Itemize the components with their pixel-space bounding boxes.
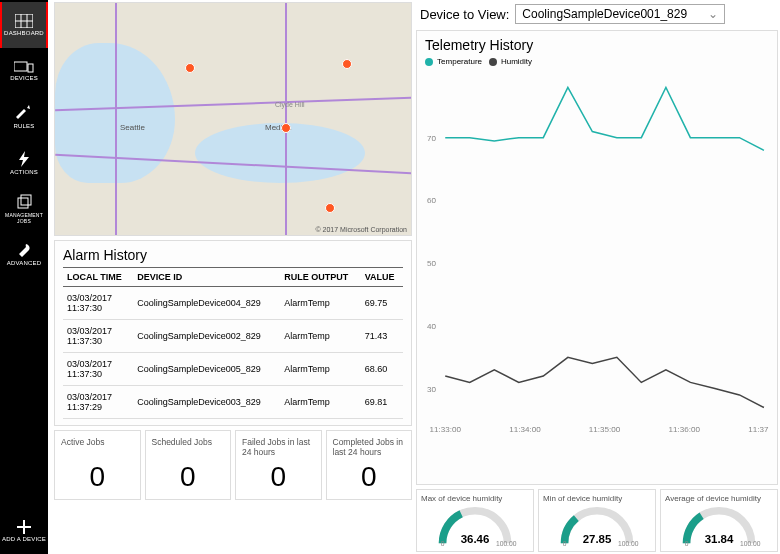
device-select-value: CoolingSampleDevice001_829 bbox=[522, 7, 687, 21]
stack-icon bbox=[16, 194, 32, 210]
sidebar-item-devices[interactable]: DEVICES bbox=[0, 48, 48, 94]
table-row[interactable]: 03/03/201711:37:30 CoolingSampleDevice00… bbox=[63, 320, 403, 353]
svg-text:50: 50 bbox=[427, 259, 437, 268]
cell-rule: AlarmTemp bbox=[280, 353, 360, 386]
sidebar-item-label: ADD A DEVICE bbox=[2, 536, 46, 542]
telemetry-chart[interactable]: 706050403011:33:0011:34:0011:35:0011:36:… bbox=[425, 70, 769, 440]
svg-marker-6 bbox=[27, 105, 30, 109]
job-title: Active Jobs bbox=[61, 437, 134, 457]
table-row[interactable]: 03/03/201711:37:30 CoolingSampleDevice00… bbox=[63, 353, 403, 386]
cell-time: 03/03/201711:37:30 bbox=[63, 287, 133, 320]
svg-rect-4 bbox=[14, 62, 27, 71]
legend-label: Temperature bbox=[437, 57, 482, 66]
sidebar-item-dashboard[interactable]: DASHBOARD bbox=[0, 2, 48, 48]
sidebar-item-label: ACTIONS bbox=[10, 169, 38, 175]
svg-text:70: 70 bbox=[427, 134, 437, 143]
alarm-history-panel: Alarm History LOCAL TIME DEVICE ID RULE … bbox=[54, 240, 412, 426]
cell-rule: AlarmTemp bbox=[280, 287, 360, 320]
chevron-down-icon: ⌄ bbox=[708, 7, 718, 21]
legend-dot-temperature bbox=[425, 58, 433, 66]
jobs-summary-row: Active Jobs0Scheduled Jobs0Failed Jobs i… bbox=[54, 430, 412, 500]
alarm-col-time[interactable]: LOCAL TIME bbox=[63, 268, 133, 287]
svg-text:11:34:00: 11:34:00 bbox=[509, 425, 541, 434]
alarm-history-title: Alarm History bbox=[63, 247, 403, 263]
map-pin-icon[interactable] bbox=[281, 123, 291, 133]
svg-text:31.84: 31.84 bbox=[705, 533, 734, 545]
job-card: Scheduled Jobs0 bbox=[145, 430, 232, 500]
cell-value: 68.60 bbox=[361, 353, 403, 386]
sidebar-item-label: MANAGEMENT JOBS bbox=[0, 212, 48, 224]
telemetry-title: Telemetry History bbox=[425, 37, 769, 53]
gauge-card: Average of device humidity 31.84 0 100.0… bbox=[660, 489, 778, 552]
svg-text:60: 60 bbox=[427, 196, 437, 205]
job-title: Failed Jobs in last 24 hours bbox=[242, 437, 315, 457]
gauge-card: Max of device humidity 36.46 0 100.00 bbox=[416, 489, 534, 552]
svg-text:100.00: 100.00 bbox=[496, 540, 517, 547]
sidebar-item-add-device[interactable]: ADD A DEVICE bbox=[0, 508, 48, 554]
svg-text:11:33:00: 11:33:00 bbox=[430, 425, 462, 434]
cell-time: 03/03/201711:37:29 bbox=[63, 386, 133, 419]
device-selector-row: Device to View: CoolingSampleDevice001_8… bbox=[416, 2, 778, 26]
svg-text:27.85: 27.85 bbox=[583, 533, 612, 545]
svg-rect-8 bbox=[18, 198, 28, 208]
sidebar-item-actions[interactable]: ACTIONS bbox=[0, 140, 48, 186]
sidebar-item-advanced[interactable]: ADVANCED bbox=[0, 232, 48, 278]
svg-text:36.46: 36.46 bbox=[461, 533, 490, 545]
legend-label: Humidity bbox=[501, 57, 532, 66]
map-city-label: Clyde Hill bbox=[275, 101, 305, 108]
svg-marker-7 bbox=[19, 151, 29, 167]
job-card: Completed Jobs in last 24 hours0 bbox=[326, 430, 413, 500]
sidebar-item-label: RULES bbox=[13, 123, 34, 129]
table-row[interactable]: 03/03/201711:37:30 CoolingSampleDevice00… bbox=[63, 287, 403, 320]
gauge-row: Max of device humidity 36.46 0 100.00 Mi… bbox=[416, 489, 778, 552]
table-row[interactable]: 03/03/201711:37:29 CoolingSampleDevice00… bbox=[63, 386, 403, 419]
cell-device: CoolingSampleDevice004_829 bbox=[133, 287, 280, 320]
map-pin-icon[interactable] bbox=[342, 59, 352, 69]
telemetry-panel: Telemetry History Temperature Humidity 7… bbox=[416, 30, 778, 485]
alarm-col-rule[interactable]: RULE OUTPUT bbox=[280, 268, 360, 287]
job-card: Failed Jobs in last 24 hours0 bbox=[235, 430, 322, 500]
job-value: 0 bbox=[333, 461, 406, 493]
gauge-title: Max of device humidity bbox=[421, 494, 529, 503]
job-value: 0 bbox=[242, 461, 315, 493]
telemetry-legend: Temperature Humidity bbox=[425, 57, 769, 66]
map-pin-icon[interactable] bbox=[325, 203, 335, 213]
svg-rect-5 bbox=[28, 64, 33, 72]
sidebar-item-label: ADVANCED bbox=[7, 260, 42, 266]
sidebar-item-label: DEVICES bbox=[10, 75, 38, 81]
rules-icon bbox=[16, 105, 32, 121]
job-card: Active Jobs0 bbox=[54, 430, 141, 500]
cell-value: 69.75 bbox=[361, 287, 403, 320]
plus-icon bbox=[17, 520, 31, 534]
svg-text:100.00: 100.00 bbox=[740, 540, 761, 547]
devices-icon bbox=[14, 61, 34, 73]
sidebar-item-management-jobs[interactable]: MANAGEMENT JOBS bbox=[0, 186, 48, 232]
svg-text:100.00: 100.00 bbox=[618, 540, 639, 547]
cell-device: CoolingSampleDevice003_829 bbox=[133, 386, 280, 419]
job-title: Scheduled Jobs bbox=[152, 437, 225, 457]
alarm-col-value[interactable]: VALUE bbox=[361, 268, 403, 287]
alarm-col-device[interactable]: DEVICE ID bbox=[133, 268, 280, 287]
map-pin-icon[interactable] bbox=[185, 63, 195, 73]
svg-text:11:37:00: 11:37:00 bbox=[748, 425, 769, 434]
bolt-icon bbox=[19, 151, 29, 167]
map-panel[interactable]: Seattle Medina Clyde Hill © 2017 Microso… bbox=[54, 2, 412, 236]
sidebar-item-label: DASHBOARD bbox=[4, 30, 44, 36]
svg-text:30: 30 bbox=[427, 385, 437, 394]
map-city-label: Seattle bbox=[120, 123, 145, 132]
sidebar-item-rules[interactable]: RULES bbox=[0, 94, 48, 140]
map-credit: © 2017 Microsoft Corporation bbox=[315, 226, 407, 233]
cell-time: 03/03/201711:37:30 bbox=[63, 353, 133, 386]
alarm-history-table: LOCAL TIME DEVICE ID RULE OUTPUT VALUE 0… bbox=[63, 267, 403, 419]
cell-rule: AlarmTemp bbox=[280, 386, 360, 419]
job-value: 0 bbox=[61, 461, 134, 493]
svg-rect-9 bbox=[21, 195, 31, 205]
gauge-icon: 31.84 0 100.00 bbox=[665, 505, 773, 547]
job-title: Completed Jobs in last 24 hours bbox=[333, 437, 406, 457]
job-value: 0 bbox=[152, 461, 225, 493]
gauge-icon: 27.85 0 100.00 bbox=[543, 505, 651, 547]
grid-icon bbox=[15, 14, 33, 28]
gauge-title: Min of device humidity bbox=[543, 494, 651, 503]
device-select[interactable]: CoolingSampleDevice001_829 ⌄ bbox=[515, 4, 725, 24]
svg-text:40: 40 bbox=[427, 322, 437, 331]
